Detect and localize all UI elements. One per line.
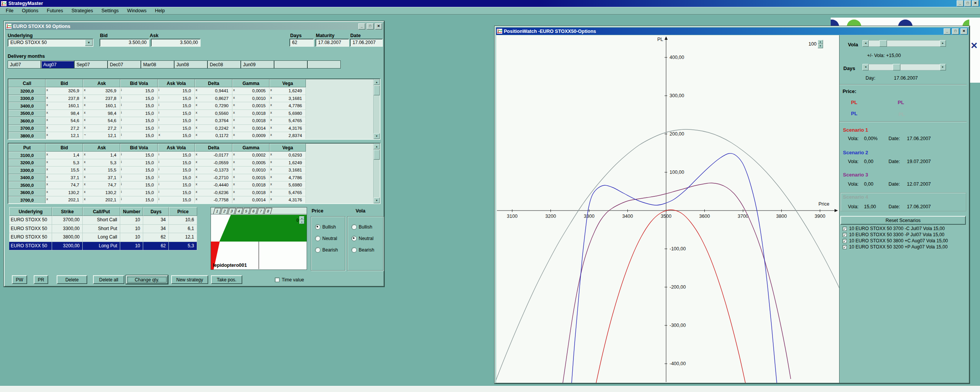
data-cell[interactable]: x5,4765 — [270, 117, 306, 125]
data-cell[interactable]: x130,2 — [46, 189, 83, 197]
scroll-up-icon[interactable]: ▲ — [374, 144, 380, 149]
minimize-button[interactable]: _ — [957, 0, 964, 7]
strike-cell[interactable]: 3100,0 — [8, 152, 46, 159]
data-cell[interactable]: x4,3176 — [270, 125, 306, 132]
menu-settings[interactable]: Settings — [97, 7, 123, 14]
slider-thumb[interactable] — [879, 40, 887, 47]
strike-cell[interactable]: 3600,0 — [8, 189, 46, 197]
menu-help[interactable]: Help — [151, 7, 169, 14]
vertical-scrollbar[interactable]: ▲▼ — [373, 144, 380, 203]
date-field[interactable]: 17.06.2007 — [350, 39, 383, 47]
data-cell[interactable]: x1,4 — [46, 152, 83, 159]
data-cell[interactable]: x0,0009 — [232, 132, 270, 140]
data-cell[interactable]: i15,0 — [120, 102, 158, 110]
spin-down-icon[interactable]: ▼ — [818, 44, 823, 48]
delivery-tab-dec07[interactable]: Dec07 — [108, 60, 141, 69]
data-cell[interactable]: x0,0018 — [232, 117, 270, 125]
strike-cell[interactable]: 3200,0 — [8, 87, 46, 95]
data-cell[interactable]: x0,2242 — [195, 125, 232, 132]
data-cell[interactable]: x15,5 — [83, 167, 120, 174]
data-cell[interactable]: x5,4765 — [270, 189, 306, 197]
strategy-tab-3[interactable]: 3 — [228, 208, 236, 214]
data-cell[interactable]: x-0,1373 — [195, 167, 232, 174]
close-button[interactable]: ✕ — [972, 0, 979, 7]
data-cell[interactable]: x5,6980 — [270, 181, 306, 189]
data-cell[interactable]: x3,1681 — [270, 95, 306, 103]
vertical-scrollbar[interactable]: ▲▼ — [373, 79, 380, 139]
slider-right-icon[interactable]: ► — [940, 64, 946, 70]
position-item[interactable]: ✓10 EURO STOXX 50 3200 +P Aug07 Vola 15,… — [843, 244, 947, 250]
spin-down-icon[interactable]: ▼ — [299, 220, 304, 224]
strike-cell[interactable]: 3700,0 — [8, 125, 46, 132]
data-cell[interactable]: x74,7 — [83, 181, 120, 189]
options-window-titlebar[interactable]: EURO STOXX 50 Options _ □ ✕ — [5, 23, 383, 30]
mini-chart[interactable]: lepidoptero001 0 ▲ ▼ — [211, 214, 307, 270]
strike-cell[interactable]: 3400,0 — [8, 102, 46, 110]
data-cell[interactable]: x202,1 — [46, 196, 83, 204]
minimize-button[interactable]: _ — [944, 28, 951, 34]
position-checkbox[interactable]: ✓ — [843, 233, 847, 237]
data-cell[interactable]: i15,0 — [120, 174, 158, 182]
data-cell[interactable]: x326,9 — [46, 87, 83, 95]
data-cell[interactable]: i15,0 — [158, 181, 195, 189]
scroll-up-icon[interactable]: ▲ — [374, 79, 380, 85]
data-cell[interactable]: x3,1681 — [270, 167, 306, 174]
ask-field[interactable]: 3.500,00 — [151, 39, 201, 47]
dropdown-arrow-icon[interactable]: ▼ — [85, 39, 93, 46]
strategy-row[interactable]: EURO STOXX 503300,00Short Put10346,1 — [9, 225, 197, 234]
scroll-thumb[interactable] — [374, 85, 380, 95]
data-cell[interactable]: i15,0 — [158, 117, 195, 125]
strike-cell[interactable]: 3700,0 — [8, 196, 46, 204]
data-cell[interactable]: x0,0014 — [232, 196, 270, 204]
strategy-tab-4[interactable]: 4 — [235, 208, 243, 214]
data-cell[interactable]: x0,0018 — [232, 181, 270, 189]
data-cell[interactable]: x-0,2710 — [195, 174, 232, 182]
button-change-qty[interactable]: Change qty. — [126, 275, 168, 284]
scroll-thumb[interactable] — [374, 150, 380, 160]
data-cell[interactable]: x37,1 — [46, 174, 83, 182]
data-cell[interactable]: i15,0 — [120, 159, 158, 167]
maximize-button[interactable]: □ — [367, 23, 374, 29]
data-cell[interactable]: x4,7786 — [270, 174, 306, 182]
price-radio-bearish[interactable]: Bearish — [315, 247, 338, 253]
data-cell[interactable]: x27,2 — [46, 125, 83, 132]
strategy-tab-1[interactable]: 1 — [213, 208, 222, 214]
menu-windows[interactable]: Windows — [123, 7, 151, 14]
data-cell[interactable]: x54,6 — [46, 117, 83, 125]
close-button[interactable]: ✕ — [375, 23, 382, 29]
slider-left-icon[interactable]: ◄ — [862, 64, 869, 70]
data-cell[interactable]: i15,0 — [120, 152, 158, 159]
data-cell[interactable]: x-0,7758 — [195, 196, 232, 204]
button-pw[interactable]: PW — [12, 275, 27, 284]
data-cell[interactable]: i15,0 — [158, 167, 195, 174]
menu-options[interactable]: Options — [18, 7, 42, 14]
maximize-button[interactable]: □ — [964, 0, 971, 7]
data-cell[interactable]: i15,0 — [120, 189, 158, 197]
data-cell[interactable]: x237,8 — [46, 95, 83, 103]
data-cell[interactable]: i15,0 — [120, 110, 158, 118]
data-cell[interactable]: i15,0 — [120, 125, 158, 132]
days-slider[interactable]: ◄► — [862, 64, 946, 70]
data-cell[interactable]: i15,0 — [158, 189, 195, 197]
positionwatch-titlebar[interactable]: PositionWatch -EURO STOXX50-Options _ □ … — [496, 28, 968, 35]
data-cell[interactable]: x0,5560 — [195, 110, 232, 118]
data-cell[interactable]: x1,6249 — [270, 87, 306, 95]
data-cell[interactable]: x0,0018 — [232, 110, 270, 118]
vola-radio-bearish[interactable]: Bearish — [351, 247, 374, 253]
button-delete[interactable]: Delete — [57, 275, 87, 284]
data-cell[interactable]: x98,4 — [83, 110, 120, 118]
data-cell[interactable]: i15,0 — [158, 102, 195, 110]
position-item[interactable]: ✓10 EURO STOXX 50 3700 -C Jul07 Vola 15,… — [843, 226, 945, 231]
price-radio-neutral[interactable]: Neutral — [315, 236, 337, 241]
delivery-tab-empty-9[interactable] — [307, 60, 341, 69]
data-cell[interactable]: i15,0 — [120, 117, 158, 125]
price-radio-bullish[interactable]: Bullish — [315, 224, 336, 230]
data-cell[interactable]: x0,6293 — [270, 152, 306, 159]
vola-slider[interactable]: ◄► — [862, 40, 946, 47]
time-value-checkbox[interactable] — [275, 278, 279, 282]
data-cell[interactable]: x15,0 — [158, 132, 195, 140]
data-cell[interactable]: x0,8627 — [195, 95, 232, 103]
strike-cell[interactable]: 3500,0 — [8, 110, 46, 118]
delivery-tab-jun09[interactable]: Jun09 — [241, 60, 274, 69]
data-cell[interactable]: x0,0015 — [232, 174, 270, 182]
